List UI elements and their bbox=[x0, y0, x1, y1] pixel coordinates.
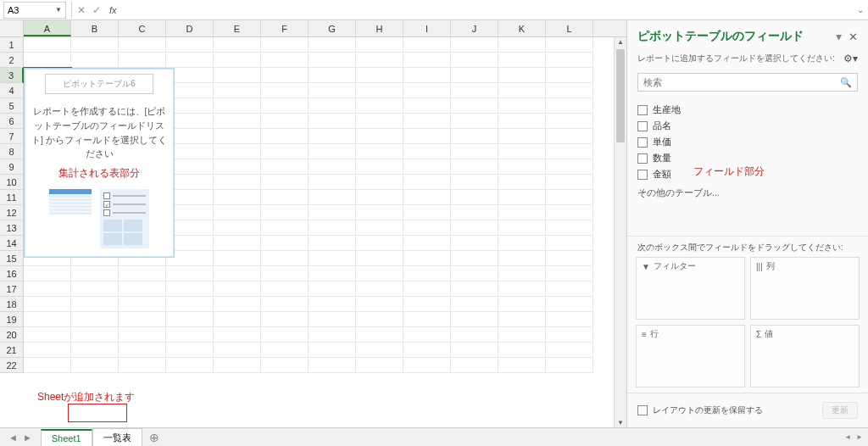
other-tables-link[interactable]: その他のテーブル... bbox=[627, 184, 868, 206]
cell[interactable] bbox=[214, 175, 261, 190]
cell[interactable] bbox=[356, 98, 403, 114]
cell[interactable] bbox=[309, 159, 356, 175]
cell[interactable] bbox=[451, 327, 498, 343]
cell[interactable] bbox=[309, 175, 356, 190]
cell[interactable] bbox=[451, 114, 498, 129]
cell[interactable] bbox=[261, 220, 309, 236]
chevron-down-icon[interactable]: ▼ bbox=[55, 6, 62, 14]
cell[interactable] bbox=[403, 159, 451, 175]
cell[interactable] bbox=[546, 343, 593, 358]
cell[interactable] bbox=[214, 312, 261, 327]
cell[interactable] bbox=[356, 83, 403, 98]
cell[interactable] bbox=[261, 175, 309, 190]
cell[interactable] bbox=[451, 220, 498, 236]
col-header[interactable]: I bbox=[403, 20, 451, 36]
cell[interactable] bbox=[356, 266, 403, 282]
cell[interactable] bbox=[451, 37, 498, 53]
cell[interactable] bbox=[166, 358, 214, 373]
col-header[interactable]: C bbox=[119, 20, 166, 36]
cell[interactable] bbox=[498, 236, 546, 251]
cell[interactable] bbox=[309, 144, 356, 159]
cell[interactable] bbox=[71, 266, 119, 282]
cell[interactable] bbox=[261, 251, 309, 266]
cell[interactable] bbox=[214, 343, 261, 358]
cell[interactable] bbox=[546, 98, 593, 114]
cell[interactable] bbox=[498, 37, 546, 53]
cell[interactable] bbox=[356, 282, 403, 297]
cell[interactable] bbox=[24, 343, 71, 358]
cell[interactable] bbox=[214, 205, 261, 220]
cell[interactable] bbox=[309, 358, 356, 373]
cell[interactable] bbox=[119, 312, 166, 327]
cell[interactable] bbox=[546, 83, 593, 98]
sheet-tab-list[interactable]: 一覧表 bbox=[92, 428, 142, 446]
cell[interactable] bbox=[261, 343, 309, 358]
cell[interactable] bbox=[356, 236, 403, 251]
row-header[interactable]: 21 bbox=[0, 343, 24, 358]
row-header[interactable]: 14 bbox=[0, 236, 24, 251]
row-header[interactable]: 11 bbox=[0, 190, 24, 205]
cell[interactable] bbox=[356, 205, 403, 220]
cell[interactable] bbox=[403, 282, 451, 297]
cell[interactable] bbox=[166, 343, 214, 358]
cell[interactable] bbox=[119, 343, 166, 358]
cell[interactable] bbox=[261, 68, 309, 83]
row-header[interactable]: 17 bbox=[0, 282, 24, 297]
cell[interactable] bbox=[309, 205, 356, 220]
cell[interactable] bbox=[451, 236, 498, 251]
add-sheet-button[interactable]: ⊕ bbox=[149, 431, 159, 444]
cell[interactable] bbox=[166, 282, 214, 297]
cell[interactable] bbox=[24, 266, 71, 282]
columns-drop-area[interactable]: |||列 bbox=[750, 257, 860, 320]
cell[interactable] bbox=[356, 175, 403, 190]
cell[interactable] bbox=[498, 175, 546, 190]
cell[interactable] bbox=[71, 327, 119, 343]
col-header[interactable]: E bbox=[214, 20, 261, 36]
col-header[interactable]: F bbox=[261, 20, 309, 36]
cell[interactable] bbox=[261, 266, 309, 282]
cell[interactable] bbox=[498, 83, 546, 98]
cell[interactable] bbox=[498, 98, 546, 114]
cell[interactable] bbox=[356, 358, 403, 373]
row-header[interactable]: 4 bbox=[0, 83, 24, 98]
cell[interactable] bbox=[451, 98, 498, 114]
cell[interactable] bbox=[403, 144, 451, 159]
cell[interactable] bbox=[546, 358, 593, 373]
cell[interactable] bbox=[24, 53, 71, 68]
cell[interactable] bbox=[546, 312, 593, 327]
row-header[interactable]: 20 bbox=[0, 327, 24, 343]
cell[interactable] bbox=[546, 251, 593, 266]
cell[interactable] bbox=[214, 98, 261, 114]
field-item[interactable]: 品名 bbox=[637, 118, 858, 134]
cell[interactable] bbox=[546, 236, 593, 251]
cell[interactable] bbox=[498, 53, 546, 68]
cell[interactable] bbox=[403, 220, 451, 236]
cell[interactable] bbox=[309, 83, 356, 98]
close-icon[interactable]: ✕ bbox=[849, 31, 858, 43]
cell[interactable] bbox=[498, 251, 546, 266]
cell[interactable] bbox=[356, 190, 403, 205]
cell[interactable] bbox=[403, 190, 451, 205]
hscroll-left-icon[interactable]: ◄ bbox=[844, 433, 851, 441]
cell[interactable] bbox=[356, 251, 403, 266]
cell[interactable] bbox=[119, 266, 166, 282]
row-header[interactable]: 15 bbox=[0, 251, 24, 266]
field-item[interactable]: 生産地 bbox=[637, 102, 858, 118]
cell[interactable] bbox=[309, 266, 356, 282]
cell[interactable] bbox=[498, 312, 546, 327]
filter-drop-area[interactable]: ▼フィルター bbox=[636, 257, 745, 320]
cell[interactable] bbox=[261, 236, 309, 251]
cell[interactable] bbox=[166, 53, 214, 68]
cell[interactable] bbox=[214, 159, 261, 175]
cell[interactable] bbox=[309, 114, 356, 129]
cell[interactable] bbox=[498, 358, 546, 373]
hscroll-right-icon[interactable]: ► bbox=[856, 433, 863, 441]
cell[interactable] bbox=[71, 297, 119, 312]
cell[interactable] bbox=[356, 297, 403, 312]
cell[interactable] bbox=[451, 159, 498, 175]
cell[interactable] bbox=[546, 159, 593, 175]
cell[interactable] bbox=[498, 68, 546, 83]
cell[interactable] bbox=[71, 312, 119, 327]
cell[interactable] bbox=[119, 53, 166, 68]
name-box[interactable]: A3 ▼ bbox=[3, 2, 66, 19]
